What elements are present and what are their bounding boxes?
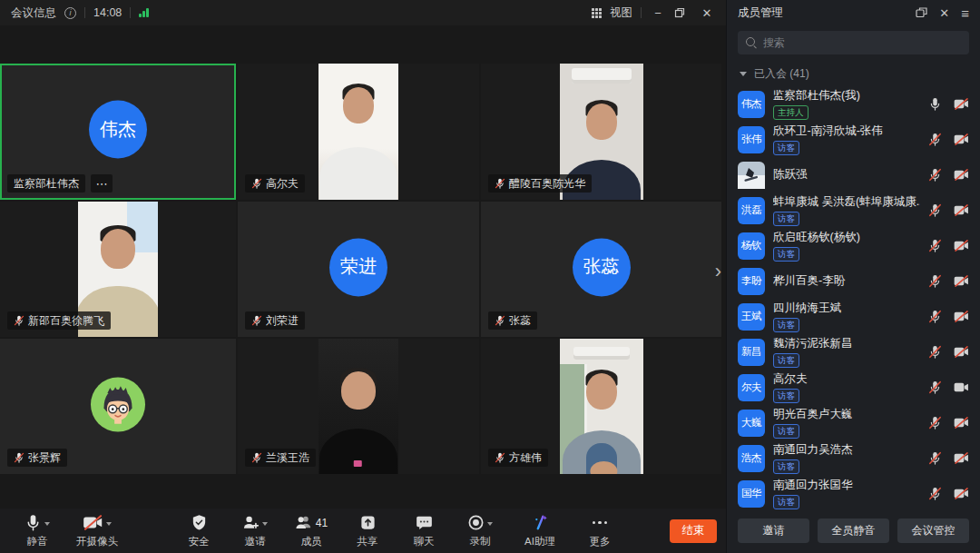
mic-muted-icon[interactable] [928,203,942,217]
camera-off-icon[interactable] [954,240,969,252]
ai-assistant-button[interactable]: AI助理 [508,514,572,548]
record-icon [467,514,485,531]
avatar: 张蕊 [573,238,631,296]
joined-section-header[interactable]: 已入会 (41) [727,58,980,86]
camera-off-icon[interactable] [954,98,969,110]
search-icon [746,37,757,48]
camera-off-icon[interactable] [954,204,969,216]
meeting-app: 会议信息 i 14:08 视图 − ✕ 伟杰 监察部杜伟杰 [0,0,980,553]
guest-badge: 访客 [773,141,799,155]
avatar: 洪磊 [738,197,765,224]
video-tile-zhangjinghui[interactable]: 张景辉 [0,339,236,474]
view-button[interactable]: 视图 [610,5,632,21]
participant-name-label: 醴陵百奥陈光华 [509,176,585,192]
record-button[interactable]: 录制 [452,514,508,548]
network-signal-icon[interactable] [139,8,149,17]
tile-more-button[interactable]: ⋯ [91,174,113,193]
video-tile-chenguanghua[interactable]: 醴陵百奥陈光华 [481,64,721,200]
camera-off-icon[interactable] [954,133,969,145]
camera-off-icon[interactable] [954,417,969,429]
info-icon[interactable]: i [64,7,76,19]
mic-muted-icon[interactable] [928,416,942,430]
member-row[interactable]: 陈跃强 [727,157,980,193]
video-tile-gaoerfu[interactable]: 高尔夫 [238,64,479,200]
chevron-down-icon[interactable] [44,522,50,526]
video-tile-duweijie[interactable]: 伟杰 监察部杜伟杰 ⋯ [0,64,236,200]
mic-muted-icon [251,178,262,189]
mic-muted-icon[interactable] [928,487,942,500]
security-button[interactable]: 安全 [171,514,227,548]
member-count-badge: 41 [316,517,328,529]
chevron-down-icon[interactable] [487,522,493,526]
video-tile-liurongjin[interactable]: 荣进 刘荣进 [238,202,479,337]
guest-badge: 访客 [773,424,799,439]
member-row[interactable]: 王斌 四川纳海王斌 访客 [727,299,980,334]
mic-muted-icon [251,452,262,463]
search-box[interactable] [738,31,969,54]
more-icon [593,521,608,525]
camera-off-icon[interactable] [954,452,969,464]
mic-muted-icon[interactable] [928,345,942,359]
popout-panel-icon[interactable] [916,7,927,18]
chat-button[interactable]: 聊天 [396,514,452,548]
camera-on-button[interactable]: 开摄像头 [65,514,129,548]
member-row[interactable]: 洪磊 蚌埠康城 吴洪磊(蚌埠康城康... 访客 [727,193,980,228]
layout-grid-icon[interactable] [592,8,602,18]
guest-badge: 访客 [773,495,799,509]
mic-muted-icon [495,452,505,463]
video-tile-xutengfei[interactable]: 新邵百奥徐腾飞 [0,202,236,337]
participant-name-label: 兰溪王浩 [266,450,309,466]
mic-muted-icon[interactable] [928,133,942,146]
member-row[interactable]: 杨钦 欣启旺杨钦(杨钦) 访客 [727,228,980,263]
meeting-info-label[interactable]: 会议信息 [11,5,56,21]
camera-off-icon[interactable] [954,275,969,287]
mic-muted-icon[interactable] [928,239,942,252]
mic-on-icon[interactable] [928,97,942,111]
camera-off-icon[interactable] [954,346,969,358]
camera-on-icon[interactable] [954,381,969,393]
more-button[interactable]: 更多 [572,514,628,548]
close-button[interactable]: ✕ [699,6,715,20]
member-row[interactable]: 大巍 明光百奥卢大巍 访客 [727,405,980,440]
invite-button[interactable]: 邀请 [227,514,283,548]
meeting-control-button[interactable]: 会议管控 [897,518,969,543]
guest-badge: 访客 [773,247,799,262]
mic-muted-icon[interactable] [928,168,942,182]
mic-muted-icon[interactable] [928,451,942,465]
camera-off-icon[interactable] [954,169,969,181]
member-row[interactable]: 浩杰 南通回力吴浩杰 访客 [727,440,980,476]
mic-muted-icon[interactable] [928,380,942,394]
avatar: 伟杰 [89,100,147,158]
shield-check-icon [191,514,208,531]
chevron-down-icon[interactable] [106,522,112,526]
meeting-time: 14:08 [93,6,122,19]
video-tile-zhangrui[interactable]: 张蕊 张蕊 [481,202,721,337]
share-screen-button[interactable]: 共享 [339,514,396,548]
member-row[interactable]: 张伟 欣环卫-南浔欣城-张伟 访客 [727,122,980,157]
close-panel-icon[interactable]: ✕ [939,6,949,20]
camera-off-icon[interactable] [954,488,969,499]
member-list[interactable]: 伟杰 监察部杜伟杰(我) 主持人 张伟 欣环卫-南浔欣城-张伟 访客 [727,86,980,511]
chevron-down-icon[interactable] [262,522,268,526]
end-meeting-button[interactable]: 结束 [670,519,717,543]
mute-button[interactable]: 静音 [9,514,65,548]
mic-muted-icon[interactable] [928,310,942,323]
member-row[interactable]: 国华 南通回力张国华 访客 [727,476,980,511]
video-tile-wanghao[interactable]: 兰溪王浩 [238,339,479,474]
collapse-arrow-icon[interactable] [740,72,747,76]
invite-footer-button[interactable]: 邀请 [738,518,809,543]
member-row[interactable]: 李盼 桦川百奥-李盼 [727,263,980,299]
member-row[interactable]: 尔夫 高尔夫 访客 [727,370,980,405]
video-tile-fangxiongwei[interactable]: 方雄伟 [481,339,721,474]
members-button[interactable]: 41 成员 [283,514,339,548]
minimize-button[interactable]: − [650,6,666,20]
camera-off-icon[interactable] [954,311,969,322]
restore-button[interactable] [674,7,691,18]
mic-muted-icon[interactable] [928,274,942,288]
member-row[interactable]: 伟杰 监察部杜伟杰(我) 主持人 [727,86,980,122]
next-page-chevron-icon[interactable]: › [715,262,721,281]
mute-all-button[interactable]: 全员静音 [818,518,889,543]
member-row[interactable]: 新昌 魏清污泥张新昌 访客 [727,334,980,370]
menu-icon[interactable]: ≡ [961,5,969,21]
search-input[interactable] [763,36,961,49]
